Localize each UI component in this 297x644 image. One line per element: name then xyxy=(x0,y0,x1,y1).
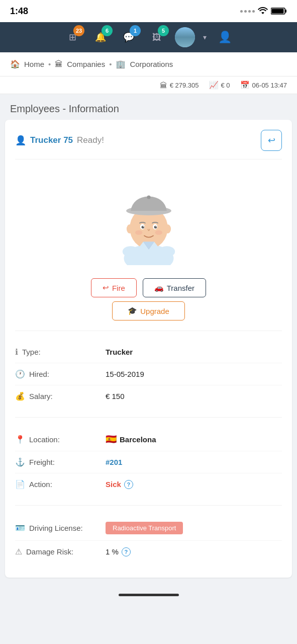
type-label: ℹ Type: xyxy=(15,347,106,357)
breadcrumb-companies[interactable]: Companies xyxy=(67,60,105,68)
svg-point-18 xyxy=(135,230,142,235)
trend-item: 📈 € 0 xyxy=(209,80,230,90)
location-city: Barcelona xyxy=(120,435,156,444)
license-section: 🪪 Driving License: Radioactive Transport… xyxy=(15,511,282,568)
svg-point-7 xyxy=(147,195,150,199)
damage-help-icon[interactable]: ? xyxy=(122,547,131,556)
salary-icon: 💰 xyxy=(15,391,25,401)
fire-button[interactable]: ↩ Fire xyxy=(91,278,137,297)
avatar xyxy=(109,175,189,265)
license-divider xyxy=(15,505,282,506)
salary-row: 💰 Salary: € 150 xyxy=(15,385,282,407)
action-value: Sick ? xyxy=(106,480,133,489)
breadcrumb-home[interactable]: Home xyxy=(24,60,44,68)
nav-chat[interactable]: 💬 1 xyxy=(119,27,139,47)
type-value: Trucker xyxy=(106,348,133,356)
svg-rect-1 xyxy=(285,10,286,13)
info-divider xyxy=(15,331,282,331)
type-icon: ℹ xyxy=(15,347,18,357)
damage-risk-value: 1 % ? xyxy=(106,547,131,556)
companies-icon: 🏛 xyxy=(55,60,63,69)
page-title-bar: Employees - Information xyxy=(0,94,297,120)
license-badge: Radioactive Transport xyxy=(106,522,183,534)
info-section: ℹ Type: Trucker 🕐 Hired: 15-05-2019 💰 Sa… xyxy=(15,336,282,412)
battery-icon xyxy=(271,7,287,15)
corporations-icon: 🏢 xyxy=(116,59,126,69)
damage-risk-row: ⚠ Damage Risk: 1 % ? xyxy=(15,541,282,562)
svg-point-10 xyxy=(141,226,144,228)
employee-name: Trucker 75 xyxy=(30,135,73,145)
bottom-bar xyxy=(0,588,297,606)
svg-point-15 xyxy=(164,224,171,233)
location-section: 📍 Location: 🇪🇸 Barcelona ⚓ Freight: #201… xyxy=(15,423,282,500)
home-icon: 🏠 xyxy=(10,59,20,69)
damage-icon: ⚠ xyxy=(15,547,22,556)
datetime-value: 06-05 13:47 xyxy=(252,82,287,89)
calculator-badge: 23 xyxy=(73,25,84,36)
employee-person-icon: 👤 xyxy=(15,135,26,146)
action-text: Sick xyxy=(106,480,121,489)
svg-rect-2 xyxy=(272,9,284,14)
share-button[interactable]: ↩ xyxy=(261,130,282,151)
hired-icon: 🕐 xyxy=(15,369,25,379)
svg-point-17 xyxy=(158,246,174,257)
nav-calculator[interactable]: ⊞ 23 xyxy=(62,27,82,47)
employee-card: 👤 Trucker 75 Ready! ↩ xyxy=(5,120,292,578)
notification-badge: 6 xyxy=(102,25,113,36)
nav-profile[interactable] xyxy=(175,27,195,47)
fire-icon: ↩ xyxy=(103,283,109,292)
location-value: 🇪🇸 Barcelona xyxy=(106,434,156,445)
balance-icon: 🏛 xyxy=(160,81,167,90)
action-icon: 📄 xyxy=(15,479,25,489)
location-icon: 📍 xyxy=(15,435,25,444)
upgrade-icon: 🎓 xyxy=(128,306,137,315)
home-indicator xyxy=(119,594,179,596)
nav-notifications[interactable]: 🔔 6 xyxy=(90,27,111,47)
svg-point-11 xyxy=(154,226,156,228)
breadcrumb-corporations[interactable]: Corporations xyxy=(130,60,173,68)
salary-value: € 150 xyxy=(106,392,125,400)
license-icon: 🪪 xyxy=(15,523,25,533)
location-label: 📍 Location: xyxy=(15,435,106,444)
top-nav: ⊞ 23 🔔 6 💬 1 🖼 5 ▾ 👤 xyxy=(0,22,297,52)
type-row: ℹ Type: Trucker xyxy=(15,341,282,363)
profile-dropdown-arrow[interactable]: ▾ xyxy=(203,33,207,41)
driving-license-value: Radioactive Transport xyxy=(106,522,183,534)
freight-value[interactable]: #201 xyxy=(106,458,122,466)
employee-header: 👤 Trucker 75 Ready! ↩ xyxy=(15,130,282,151)
upgrade-button[interactable]: 🎓 Upgrade xyxy=(112,301,185,320)
salary-label: 💰 Salary: xyxy=(15,391,106,401)
nav-user-icon[interactable]: 👤 xyxy=(215,27,235,47)
header-divider xyxy=(15,159,282,159)
employee-title-group: 👤 Trucker 75 Ready! xyxy=(15,135,104,146)
breadcrumb: 🏠 Home • 🏛 Companies • 🏢 Corporations xyxy=(0,52,297,76)
action-row: 📄 Action: Sick ? xyxy=(15,473,282,495)
balance-item: 🏛 € 279.305 xyxy=(160,81,199,90)
action-buttons-row1: ↩ Fire 🚗 Transfer xyxy=(15,278,282,297)
hired-value: 15-05-2019 xyxy=(106,370,144,378)
datetime-item: 📅 06-05 13:47 xyxy=(240,80,287,90)
status-icons xyxy=(240,7,287,15)
location-flag: 🇪🇸 xyxy=(106,434,117,445)
nav-gallery[interactable]: 🖼 5 xyxy=(147,27,167,47)
status-time: 1:48 xyxy=(10,6,28,17)
avatar-area xyxy=(15,165,282,270)
employee-status: Ready! xyxy=(77,135,104,145)
upgrade-row: 🎓 Upgrade xyxy=(15,301,282,320)
transfer-button[interactable]: 🚗 Transfer xyxy=(143,278,206,297)
wifi-icon xyxy=(258,7,268,15)
action-help-icon[interactable]: ? xyxy=(124,480,133,489)
calendar-icon: 📅 xyxy=(240,80,250,90)
svg-point-14 xyxy=(126,224,133,233)
finance-bar: 🏛 € 279.305 📈 € 0 📅 06-05 13:47 xyxy=(0,76,297,94)
chat-badge: 1 xyxy=(130,25,141,36)
driving-license-row: 🪪 Driving License: Radioactive Transport xyxy=(15,516,282,541)
section-divider xyxy=(15,417,282,418)
hired-label: 🕐 Hired: xyxy=(15,369,106,379)
status-bar: 1:48 xyxy=(0,0,297,22)
action-label: 📄 Action: xyxy=(15,479,106,489)
gallery-badge: 5 xyxy=(158,25,169,36)
trend-value: € 0 xyxy=(221,82,230,89)
page-title: Employees - Information xyxy=(10,103,287,115)
profile-picture xyxy=(175,27,195,47)
